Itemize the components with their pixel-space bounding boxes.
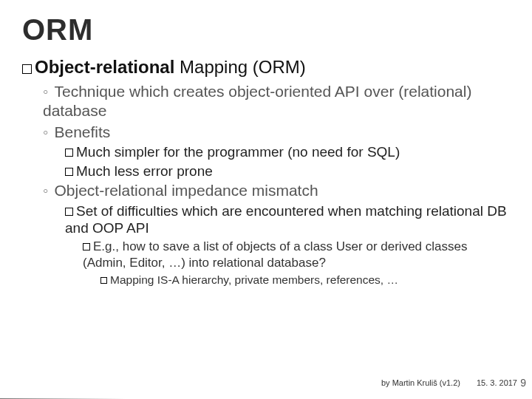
- bullet-icon: [65, 149, 73, 157]
- bullet-icon: [65, 208, 73, 216]
- footer: by Martin Kruliš (v1.2) 15. 3. 2017: [381, 378, 517, 387]
- point-benefits: Benefits: [43, 123, 510, 142]
- page-number: 9: [520, 377, 526, 389]
- bullet-icon: [100, 277, 107, 284]
- mismatch-mapping: Mapping IS-A hierarchy, private members,…: [100, 273, 510, 287]
- footer-date: 15. 3. 2017: [477, 378, 517, 387]
- heading-rest: Mapping (ORM): [174, 57, 305, 77]
- slide: ORM Object-relational Mapping (ORM) Tech…: [0, 0, 532, 399]
- slide-title: ORM: [22, 13, 510, 47]
- bullet-icon: [83, 243, 90, 250]
- benefit-simpler: Much simpler for the programmer (no need…: [65, 143, 510, 161]
- mismatch-example: E.g., how to save a list of objects of a…: [83, 239, 510, 271]
- bullet-icon: [65, 168, 73, 176]
- benefit-less-error: Much less error prone: [65, 163, 510, 180]
- point-technique: Technique which creates object-oriented …: [43, 82, 510, 121]
- heading-orm: Object-relational Mapping (ORM): [22, 57, 510, 78]
- heading-strong: Object-relational: [35, 57, 174, 77]
- bullet-icon: [22, 64, 32, 74]
- mismatch-desc: Set of difficulties which are encountere…: [65, 202, 510, 238]
- point-mismatch: Object-relational impedance mismatch: [43, 181, 510, 200]
- footer-author: by Martin Kruliš (v1.2): [381, 378, 460, 387]
